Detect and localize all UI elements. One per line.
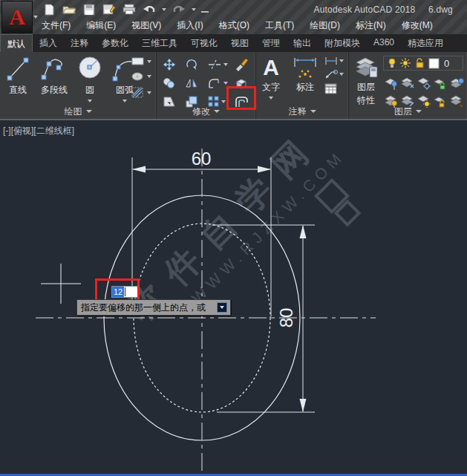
command-prompt-tooltip: 指定要偏移的那一侧上的点，或 [76, 299, 231, 316]
tab-manage[interactable]: 管理 [255, 34, 287, 52]
layers-panel: 图层 特性 0 [349, 52, 467, 119]
cad-drawing: 60 80 [0, 120, 467, 474]
dimension-icon [290, 55, 320, 80]
annotate-panel: A 文字 标注 [256, 52, 349, 119]
array-dropdown-arrow[interactable] [221, 100, 226, 105]
erase-tool[interactable] [234, 58, 253, 71]
app-title: Autodesk AutoCAD 2018 [313, 4, 415, 15]
dimension-80[interactable]: 80 [212, 225, 315, 412]
move-tool[interactable] [163, 58, 185, 71]
tab-insert[interactable]: 插入 [33, 34, 64, 52]
layer-off-icon[interactable] [417, 77, 431, 90]
menu-tools[interactable]: 工具(T) [265, 19, 294, 32]
autocad-logo-icon: A [9, 4, 25, 30]
save-icon [83, 4, 95, 16]
rotate-icon [185, 58, 198, 71]
save-as-button[interactable] [102, 2, 117, 16]
layers-panel-expand-arrow [416, 110, 422, 116]
rectangle-tool[interactable] [131, 56, 151, 67]
copy-tool[interactable] [163, 77, 185, 89]
undo-dropdown-arrow[interactable] [162, 8, 166, 13]
erase-brush-icon [234, 58, 249, 71]
dim-width-text: 60 [192, 149, 212, 169]
mirror-icon [185, 77, 198, 89]
plot-button[interactable] [122, 2, 137, 16]
hatch-tool[interactable] [131, 86, 151, 99]
ellipse-tool[interactable] [131, 71, 151, 82]
layer-freeze-icon[interactable] [401, 77, 415, 90]
layer-properties-tool[interactable]: 图层 特性 [353, 55, 379, 107]
layers-panel-label[interactable]: 图层 [349, 105, 467, 117]
circle-icon [77, 55, 102, 83]
menu-view[interactable]: 视图(V) [131, 19, 161, 32]
qat-customize-icon[interactable] [201, 11, 209, 13]
trim-tool[interactable] [207, 59, 234, 71]
trim-dropdown-arrow[interactable] [223, 63, 228, 68]
text-tool[interactable]: A 文字 [262, 55, 280, 102]
redo-arrow-icon [172, 4, 186, 15]
tab-a360[interactable]: A360 [367, 34, 401, 52]
tab-output[interactable]: 输出 [287, 34, 318, 52]
file-name: 6.dwg [428, 4, 453, 15]
linear-dim-tool[interactable] [324, 56, 344, 65]
leader-tool[interactable] [324, 69, 344, 79]
table-tool[interactable] [324, 83, 344, 94]
linear-dim-dropdown-arrow[interactable] [339, 59, 344, 65]
menu-dimension[interactable]: 标注(N) [356, 19, 386, 32]
tab-3d-tools[interactable]: 三维工具 [135, 34, 184, 52]
layer-isolate-icon[interactable] [385, 77, 399, 90]
rotate-tool[interactable] [185, 58, 207, 71]
tab-home[interactable]: 默认 [0, 34, 33, 52]
tab-add-ins[interactable]: 附加模块 [318, 34, 367, 52]
table-icon [324, 83, 337, 94]
redo-button[interactable] [172, 2, 186, 16]
rectangle-dropdown-arrow[interactable] [147, 60, 151, 65]
application-menu-button[interactable]: A [1, 1, 33, 33]
tab-parametric[interactable]: 参数化 [95, 34, 135, 52]
redo-dropdown-arrow[interactable] [192, 8, 196, 13]
circle-dropdown-arrow[interactable] [88, 100, 92, 105]
leader-icon [324, 69, 338, 79]
annotate-panel-label[interactable]: 注释 [256, 105, 348, 117]
layer-state-row[interactable]: 0 [383, 56, 463, 71]
drawing-canvas[interactable]: [-][俯视][二维线框] 软件自学网 WWW.RJZXW.COM [0, 120, 467, 474]
menu-insert[interactable]: 插入(I) [177, 19, 203, 32]
menu-modify[interactable]: 修改(M) [402, 19, 433, 32]
polyline-tool[interactable]: 多段线 [39, 55, 70, 105]
prompt-options-button[interactable] [217, 302, 227, 313]
menu-file[interactable]: 文件(F) [42, 19, 71, 32]
tab-view[interactable]: 视图 [224, 34, 255, 52]
draw-panel-label[interactable]: 绘图 [0, 105, 156, 117]
polyline-icon [39, 55, 70, 83]
tab-visualize[interactable]: 可视化 [184, 34, 224, 52]
text-dropdown-arrow[interactable] [269, 97, 273, 102]
layer-properties-icon [353, 55, 379, 80]
menu-edit[interactable]: 编辑(E) [86, 19, 116, 32]
annotate-panel-expand-arrow [310, 110, 316, 116]
save-button[interactable] [82, 2, 97, 16]
tab-annotate[interactable]: 注释 [64, 34, 95, 52]
fillet-icon [207, 77, 222, 89]
menu-format[interactable]: 格式(O) [219, 19, 249, 32]
dimension-tool[interactable]: 标注 [290, 55, 320, 102]
line-tool[interactable]: 直线 [4, 55, 31, 105]
layer-color-swatch [428, 58, 440, 69]
tab-featured-apps[interactable]: 精选应用 [401, 34, 450, 52]
circle-tool[interactable]: 圆 [77, 55, 102, 105]
undo-button[interactable] [142, 2, 157, 16]
open-file-button[interactable] [62, 2, 76, 16]
layer-match-icon[interactable] [450, 77, 465, 90]
autocad-window: Autodesk AutoCAD 2018 6.dwg [0, 0, 467, 476]
layer-lock-icon[interactable] [434, 77, 446, 90]
current-layer-name: 0 [444, 58, 449, 69]
undo-arrow-icon [143, 4, 156, 15]
move-icon [163, 58, 176, 71]
leader-dropdown-arrow[interactable] [339, 73, 344, 78]
ellipse-dropdown-arrow[interactable] [147, 75, 151, 80]
arc-dropdown-arrow[interactable] [123, 100, 127, 105]
hatch-dropdown-arrow[interactable] [147, 91, 151, 97]
new-file-button[interactable] [42, 2, 56, 16]
app-menu-dropdown-arrow[interactable] [33, 16, 38, 21]
mirror-tool[interactable] [185, 77, 207, 89]
menu-draw[interactable]: 绘图(D) [310, 19, 340, 32]
